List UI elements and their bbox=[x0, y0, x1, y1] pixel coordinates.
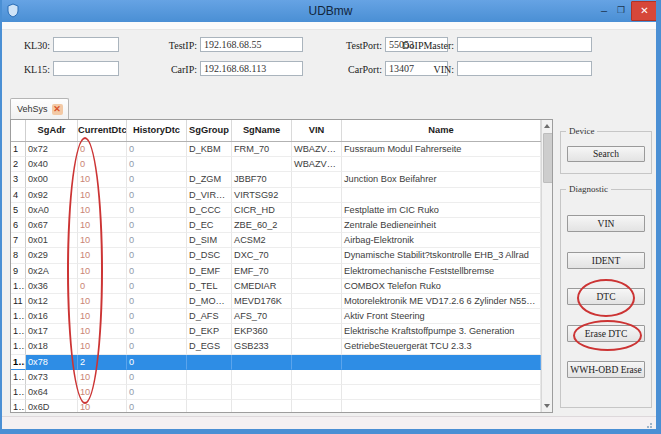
table-cell[interactable]: 0x72 bbox=[26, 142, 78, 157]
table-cell[interactable] bbox=[232, 355, 292, 370]
table-cell[interactable]: 0 bbox=[127, 279, 187, 294]
table-row[interactable]: 170x64100 bbox=[11, 385, 552, 400]
table-cell[interactable]: 0x64 bbox=[26, 385, 78, 400]
table-cell[interactable]: 0 bbox=[127, 188, 187, 203]
table-cell[interactable]: 7 bbox=[11, 233, 26, 248]
table-cell[interactable]: 0 bbox=[127, 172, 187, 187]
kl15-input[interactable] bbox=[53, 61, 119, 76]
table-cell[interactable]: 18 bbox=[11, 400, 26, 413]
table-cell[interactable]: 10 bbox=[78, 203, 127, 218]
table-cell[interactable]: 0 bbox=[127, 233, 187, 248]
table-cell[interactable]: 10 bbox=[78, 324, 127, 339]
table-cell[interactable]: 10 bbox=[78, 294, 127, 309]
table-cell[interactable]: 11 bbox=[11, 294, 26, 309]
kl30-input[interactable] bbox=[53, 37, 119, 52]
table-cell[interactable]: 0x29 bbox=[26, 248, 78, 263]
table-cell[interactable]: 0x16 bbox=[26, 309, 78, 324]
table-cell[interactable]: 0 bbox=[127, 157, 187, 172]
table-cell[interactable]: Airbag-Elektronik bbox=[342, 233, 541, 248]
table-cell[interactable] bbox=[187, 355, 232, 370]
table-cell[interactable]: 10 bbox=[78, 172, 127, 187]
table-cell[interactable] bbox=[342, 188, 541, 203]
table-cell[interactable]: 10 bbox=[78, 188, 127, 203]
table-cell[interactable] bbox=[292, 309, 342, 324]
doipmaster-input[interactable] bbox=[457, 37, 592, 52]
table-cell[interactable]: ZBE_60_2 bbox=[232, 218, 292, 233]
table-cell[interactable]: 14 bbox=[11, 339, 26, 354]
table-cell[interactable]: 3 bbox=[11, 172, 26, 187]
column-header[interactable]: CurrentDtc bbox=[78, 120, 127, 141]
table-cell[interactable]: Elektromechanische Feststellbremse bbox=[342, 264, 541, 279]
scroll-up-icon[interactable] bbox=[542, 120, 552, 132]
table-row[interactable]: 110x12100D_MOTORMEVD176KMotorelektronik … bbox=[11, 294, 552, 309]
table-cell[interactable]: 0 bbox=[127, 142, 187, 157]
table-row[interactable]: 90x2A100D_EMFEMF_70Elektromechanische Fe… bbox=[11, 264, 552, 279]
table-cell[interactable]: Elektrische Kraftstoffpumpe 3. Generatio… bbox=[342, 324, 541, 339]
table-cell[interactable] bbox=[292, 339, 342, 354]
table-cell[interactable]: 0x17 bbox=[26, 324, 78, 339]
table-cell[interactable] bbox=[187, 400, 232, 413]
table-cell[interactable]: CMEDIAR bbox=[232, 279, 292, 294]
table-cell[interactable] bbox=[292, 324, 342, 339]
table-row[interactable]: 150x7820 bbox=[11, 355, 552, 370]
table-cell[interactable]: Fussraum Modul Fahrerseite bbox=[342, 142, 541, 157]
table-cell[interactable]: 0 bbox=[127, 370, 187, 385]
column-header[interactable]: SgName bbox=[232, 120, 292, 141]
table-cell[interactable]: 0x01 bbox=[26, 233, 78, 248]
column-header[interactable]: HistoryDtc bbox=[127, 120, 187, 141]
table-row[interactable]: 120x16100D_AFSAFS_70Aktiv Front Steering bbox=[11, 309, 552, 324]
table-cell[interactable]: 6 bbox=[11, 218, 26, 233]
table-cell[interactable]: 10 bbox=[78, 248, 127, 263]
table-cell[interactable]: 0x12 bbox=[26, 294, 78, 309]
table-cell[interactable]: ACSM2 bbox=[232, 233, 292, 248]
table-cell[interactable]: 0 bbox=[78, 142, 127, 157]
table-cell[interactable] bbox=[292, 248, 342, 263]
table-cell[interactable]: JBBF70 bbox=[232, 172, 292, 187]
table-cell[interactable]: Motorelektronik ME VD17.2.6 6 Zylinder N… bbox=[342, 294, 541, 309]
table-cell[interactable]: 9 bbox=[11, 264, 26, 279]
table-cell[interactable]: 0 bbox=[127, 324, 187, 339]
table-row[interactable]: 50xA0100D_CCCCICR_HDFestplatte im CIC Ru… bbox=[11, 203, 552, 218]
table-cell[interactable] bbox=[232, 400, 292, 413]
table-row[interactable]: 160x73100 bbox=[11, 370, 552, 385]
table-cell[interactable]: Zentrale Bedieneinheit bbox=[342, 218, 541, 233]
table-row[interactable]: 180x6D100 bbox=[11, 400, 552, 413]
table-cell[interactable]: D_DSC bbox=[187, 248, 232, 263]
table-cell[interactable]: D_VIRT92 bbox=[187, 188, 232, 203]
table-cell[interactable] bbox=[292, 355, 342, 370]
vertical-scrollbar[interactable] bbox=[541, 120, 552, 412]
table-cell[interactable]: 0 bbox=[127, 264, 187, 279]
vin-button[interactable]: VIN bbox=[567, 215, 645, 232]
table-cell[interactable]: 0 bbox=[127, 218, 187, 233]
column-header[interactable]: VIN bbox=[292, 120, 342, 141]
table-cell[interactable]: 4 bbox=[11, 188, 26, 203]
table-cell[interactable]: WBAZV410XD... bbox=[292, 142, 342, 157]
table-row[interactable]: 20x4000WBAZV410XD... bbox=[11, 157, 552, 172]
table-cell[interactable] bbox=[232, 157, 292, 172]
table-cell[interactable]: D_SIM bbox=[187, 233, 232, 248]
table-row[interactable]: 100x3600D_TELCMEDIARCOMBOX Telefon Ruko bbox=[11, 279, 552, 294]
table-cell[interactable]: 16 bbox=[11, 370, 26, 385]
table-cell[interactable]: EKP360 bbox=[232, 324, 292, 339]
table-cell[interactable]: CICR_HD bbox=[232, 203, 292, 218]
table-cell[interactable]: 0 bbox=[127, 248, 187, 263]
table-cell[interactable] bbox=[342, 157, 541, 172]
table-cell[interactable]: 0 bbox=[127, 355, 187, 370]
table-cell[interactable] bbox=[292, 279, 342, 294]
table-cell[interactable]: 0x40 bbox=[26, 157, 78, 172]
table-cell[interactable] bbox=[342, 355, 541, 370]
table-cell[interactable] bbox=[187, 385, 232, 400]
testip-input[interactable] bbox=[200, 37, 303, 52]
minimize-button[interactable]: – bbox=[596, 4, 612, 18]
resize-grip-icon[interactable] bbox=[646, 421, 653, 428]
table-cell[interactable] bbox=[187, 157, 232, 172]
table-cell[interactable]: AFS_70 bbox=[232, 309, 292, 324]
table-cell[interactable] bbox=[292, 203, 342, 218]
table-cell[interactable]: D_KBM bbox=[187, 142, 232, 157]
table-cell[interactable]: GetriebeSteuergerät TCU 2.3.3 bbox=[342, 339, 541, 354]
table-cell[interactable] bbox=[292, 370, 342, 385]
table-cell[interactable]: EMF_70 bbox=[232, 264, 292, 279]
dtc-button[interactable]: DTC bbox=[567, 288, 645, 305]
table-cell[interactable]: 0x36 bbox=[26, 279, 78, 294]
table-cell[interactable]: D_MOTOR bbox=[187, 294, 232, 309]
